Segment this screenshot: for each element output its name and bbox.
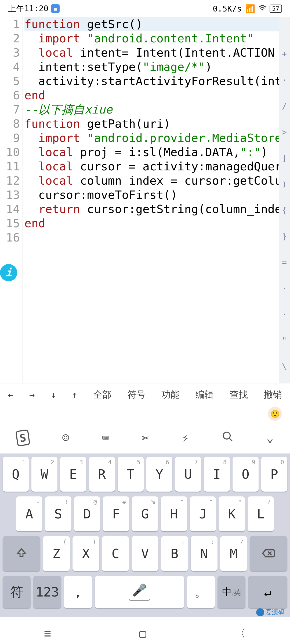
shift-key[interactable] bbox=[3, 536, 40, 571]
toolbar-item[interactable]: 全部 bbox=[90, 389, 115, 401]
key-b[interactable]: :B bbox=[161, 536, 188, 571]
scissors-icon[interactable]: ✂ bbox=[142, 431, 149, 445]
keyboard-tool-row: S ☺ ⌨ ✂ ⚡ ⌄ bbox=[0, 422, 290, 453]
emoji-icon[interactable]: ☺ bbox=[62, 431, 69, 445]
key-i[interactable]: 8I bbox=[204, 457, 230, 492]
key-k[interactable]: *K bbox=[219, 496, 245, 531]
editor-toolbar: ←→↓↑全部符号功能编辑查找撤销 bbox=[0, 383, 290, 406]
net-speed: 0.5K/s bbox=[213, 4, 242, 13]
watermark: 爱源码 bbox=[256, 608, 285, 617]
symbol-key[interactable]: + bbox=[282, 49, 287, 59]
symbol-key[interactable]: · bbox=[282, 284, 287, 293]
enter-key[interactable]: ↵ bbox=[248, 576, 287, 608]
symbol-key[interactable]: · bbox=[282, 310, 287, 319]
key-n[interactable]: ;N bbox=[191, 536, 218, 571]
symbol-key[interactable]: 符 bbox=[3, 576, 31, 608]
nav-home-icon[interactable]: ▢ bbox=[139, 627, 146, 640]
toolbar-item[interactable]: → bbox=[26, 389, 38, 400]
key-g[interactable]: %G bbox=[132, 496, 158, 531]
svg-line-1 bbox=[229, 438, 232, 441]
sogou-icon[interactable]: S bbox=[15, 429, 30, 446]
android-navbar: ≡ ▢ 〈 bbox=[0, 617, 290, 644]
flash-icon[interactable]: ⚡ bbox=[182, 431, 189, 445]
symbol-key[interactable]: > bbox=[282, 127, 287, 137]
nav-menu-icon[interactable]: ≡ bbox=[44, 627, 51, 640]
key-r[interactable]: 4R bbox=[89, 457, 115, 492]
key-a[interactable]: ~A bbox=[16, 496, 42, 531]
svg-point-0 bbox=[223, 432, 230, 439]
key-c[interactable]: -C bbox=[102, 536, 129, 571]
comma-key[interactable]: , bbox=[64, 576, 92, 608]
toolbar-item[interactable]: 编辑 bbox=[192, 389, 217, 401]
key-d[interactable]: @D bbox=[74, 496, 100, 531]
key-z[interactable]: (Z bbox=[43, 536, 70, 571]
key-h[interactable]: "H bbox=[161, 496, 187, 531]
battery-icon: 57 bbox=[270, 5, 282, 13]
code-area[interactable]: function getSrc() import "android.conten… bbox=[23, 17, 290, 383]
status-bar: 上午11:20 ▦ 0.5K/s 📶 57 bbox=[0, 0, 290, 17]
symbol-key[interactable]: · bbox=[282, 75, 287, 85]
symbol-key[interactable]: = bbox=[282, 258, 287, 267]
symbol-key[interactable]: " bbox=[282, 336, 287, 345]
status-time: 上午11:20 bbox=[8, 3, 48, 14]
key-j[interactable]: "J bbox=[190, 496, 216, 531]
number-key[interactable]: 123 bbox=[33, 576, 61, 608]
space-key[interactable]: 🎤 bbox=[95, 576, 184, 608]
keyboard: 1Q2W3E4R5T6Y7U8I9O0P ~A!S@D#F%G"H"J*K?L … bbox=[0, 453, 290, 617]
toolbar-item[interactable]: 符号 bbox=[124, 389, 149, 401]
chevron-down-icon[interactable]: ⌄ bbox=[266, 431, 274, 445]
symbol-key[interactable]: ] bbox=[282, 153, 287, 163]
key-w[interactable]: 2W bbox=[31, 457, 57, 492]
backspace-key[interactable] bbox=[250, 536, 287, 571]
symbol-key[interactable]: ) bbox=[282, 180, 287, 189]
key-t[interactable]: 5T bbox=[118, 457, 144, 492]
key-p[interactable]: 0P bbox=[261, 457, 287, 492]
toolbar-item[interactable]: ↑ bbox=[69, 389, 81, 400]
ime-avatar-icon[interactable]: 🙂 bbox=[268, 407, 282, 421]
key-f[interactable]: #F bbox=[103, 496, 129, 531]
symbol-strip[interactable]: +·/>]){}=··"\ bbox=[279, 17, 290, 383]
line-gutter: 12345678910111213141516 bbox=[0, 17, 23, 383]
key-l[interactable]: ?L bbox=[248, 496, 274, 531]
toolbar-item[interactable]: ← bbox=[5, 389, 17, 400]
code-editor[interactable]: 12345678910111213141516 function getSrc(… bbox=[0, 17, 290, 383]
toolbar-item[interactable]: 查找 bbox=[226, 389, 251, 401]
symbol-key[interactable]: / bbox=[282, 101, 287, 111]
key-o[interactable]: 9O bbox=[233, 457, 259, 492]
search-icon[interactable] bbox=[222, 431, 234, 445]
grid-icon: ▦ bbox=[51, 4, 60, 13]
toolbar-item[interactable]: 功能 bbox=[158, 389, 183, 401]
key-s[interactable]: !S bbox=[45, 496, 71, 531]
key-u[interactable]: 7U bbox=[175, 457, 201, 492]
info-badge-icon[interactable]: i bbox=[0, 264, 17, 281]
symbol-key[interactable]: { bbox=[282, 206, 287, 215]
symbol-key[interactable]: \ bbox=[282, 362, 287, 371]
toolbar-item[interactable]: ↓ bbox=[47, 389, 59, 400]
signal-icon: 📶 bbox=[245, 4, 255, 13]
period-key[interactable]: 。 bbox=[187, 576, 215, 608]
nav-back-icon[interactable]: 〈 bbox=[234, 625, 246, 641]
key-q[interactable]: 1Q bbox=[3, 457, 29, 492]
key-y[interactable]: 6Y bbox=[146, 457, 172, 492]
toolbar-item[interactable]: 撤销 bbox=[260, 389, 285, 401]
symbol-key[interactable]: } bbox=[282, 232, 287, 241]
key-e[interactable]: 3E bbox=[60, 457, 86, 492]
keyboard-suggestion-bar: 🙂 bbox=[0, 406, 290, 422]
key-v[interactable]: _V bbox=[132, 536, 158, 571]
key-x[interactable]: )X bbox=[73, 536, 99, 571]
ime-switch-key[interactable]: 中/英 bbox=[218, 576, 245, 608]
keyboard-layout-icon[interactable]: ⌨ bbox=[102, 431, 109, 445]
wifi-icon bbox=[258, 4, 266, 14]
key-m[interactable]: /M bbox=[220, 536, 247, 571]
